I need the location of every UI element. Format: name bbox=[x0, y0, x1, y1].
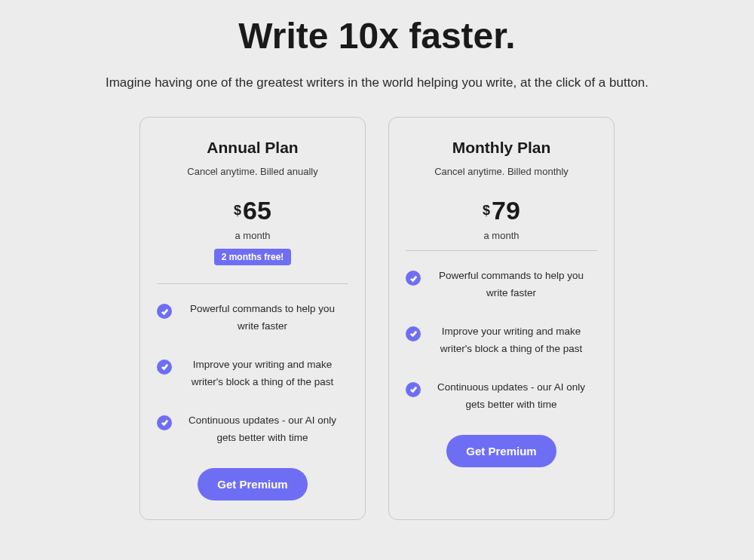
plan-feature: Continuous updates - our AI only gets be… bbox=[406, 379, 597, 414]
plan-feature: Improve your writing and make writer's b… bbox=[406, 323, 597, 358]
check-icon bbox=[406, 326, 421, 341]
check-icon bbox=[157, 415, 172, 430]
plan-feature: Powerful commands to help you write fast… bbox=[406, 268, 597, 302]
get-premium-button[interactable]: Get Premium bbox=[446, 435, 556, 467]
plan-feature-text: Powerful commands to help you write fast… bbox=[431, 268, 597, 302]
plan-badge: 2 months free! bbox=[214, 249, 292, 265]
plan-divider bbox=[157, 283, 348, 284]
plan-price: 65 bbox=[243, 196, 271, 225]
plan-per: a month bbox=[157, 230, 348, 241]
plan-feature: Continuous updates - our AI only gets be… bbox=[157, 412, 348, 447]
plan-feature-text: Improve your writing and make writer's b… bbox=[182, 357, 348, 391]
plan-note: Cancel anytime. Billed monthly bbox=[406, 166, 597, 177]
plan-title: Monthly Plan bbox=[406, 139, 597, 157]
plan-currency: $ bbox=[234, 203, 241, 219]
check-icon bbox=[406, 382, 421, 397]
plan-price-row: $ 79 bbox=[406, 196, 597, 225]
plan-per: a month bbox=[406, 230, 597, 241]
plan-divider bbox=[406, 250, 597, 251]
plan-feature-text: Continuous updates - our AI only gets be… bbox=[182, 412, 348, 447]
plan-currency: $ bbox=[483, 203, 490, 219]
plan-price-row: $ 65 bbox=[157, 196, 348, 225]
plan-feature-text: Powerful commands to help you write fast… bbox=[182, 301, 348, 335]
check-icon bbox=[406, 271, 421, 286]
plan-feature: Improve your writing and make writer's b… bbox=[157, 357, 348, 391]
page-heading: Write 10x faster. bbox=[38, 15, 716, 57]
plan-card-monthly: Monthly Plan Cancel anytime. Billed mont… bbox=[388, 117, 615, 520]
plan-price: 79 bbox=[492, 196, 520, 225]
plan-feature-text: Continuous updates - our AI only gets be… bbox=[431, 379, 597, 414]
plan-note: Cancel anytime. Billed anually bbox=[157, 166, 348, 177]
plans-container: Annual Plan Cancel anytime. Billed anual… bbox=[38, 117, 716, 520]
page-subheading: Imagine having one of the greatest write… bbox=[38, 75, 716, 90]
plan-title: Annual Plan bbox=[157, 139, 348, 157]
get-premium-button[interactable]: Get Premium bbox=[198, 468, 307, 500]
check-icon bbox=[157, 360, 172, 375]
plan-card-annual: Annual Plan Cancel anytime. Billed anual… bbox=[139, 117, 366, 520]
check-icon bbox=[157, 304, 172, 319]
plan-feature: Powerful commands to help you write fast… bbox=[157, 301, 348, 335]
plan-feature-text: Improve your writing and make writer's b… bbox=[431, 323, 597, 358]
